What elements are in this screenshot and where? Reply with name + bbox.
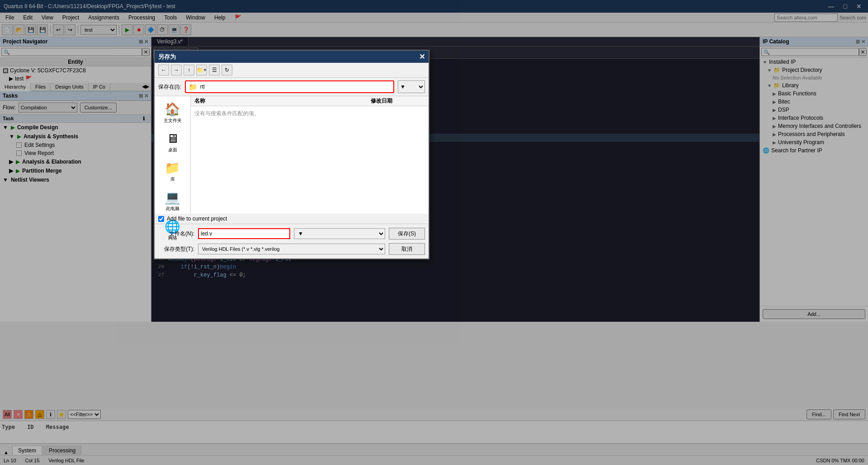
filename-label: 文件名(N): [158, 230, 194, 238]
dialog-checkbox-row: Add file to current project [155, 214, 429, 224]
filetype-label: 保存类型(T): [158, 245, 194, 253]
library-icon: 📁 [165, 160, 180, 175]
filename-row: 文件名(N): ▼ 保存(S) [158, 228, 425, 240]
dialog-view-btn[interactable]: ☰ [209, 65, 220, 75]
file-col-date: 修改日期 [371, 97, 425, 105]
pc-icon: 💻 [165, 190, 180, 205]
dialog-forward-btn[interactable]: → [171, 65, 182, 75]
dialog-title: 另存为 [158, 53, 176, 61]
dialog-new-folder-btn[interactable]: 📁+ [196, 65, 207, 75]
save-dialog-overlay: 另存为 ✕ ← → ↑ 📁+ ☰ ↻ 保存在(I): 📁 rtl ▼ [0, 0, 868, 465]
add-to-project-checkbox[interactable] [158, 216, 164, 222]
dsb-library[interactable]: 📁 库 [163, 159, 182, 184]
location-folder-display[interactable]: 📁 rtl [185, 80, 394, 93]
dialog-close-btn[interactable]: ✕ [419, 52, 425, 61]
dialog-toolbar: ← → ↑ 📁+ ☰ ↻ [155, 63, 429, 78]
library-label: 库 [170, 176, 175, 183]
filetype-select[interactable]: Verilog HDL Files (*.v *.vlg *.verilog [198, 244, 385, 254]
location-label: 保存在(I): [158, 83, 181, 91]
location-value: rtl [200, 84, 205, 90]
cancel-button[interactable]: 取消 [389, 243, 425, 255]
dialog-up-btn[interactable]: ↑ [184, 65, 194, 75]
empty-message: 没有与搜索条件匹配的项。 [194, 110, 259, 117]
file-col-name: 名称 [194, 97, 371, 105]
desktop-label: 桌面 [168, 147, 177, 153]
save-button[interactable]: 保存(S) [389, 228, 425, 240]
filename-input[interactable] [198, 228, 290, 239]
dialog-files-header: 名称 修改日期 [191, 96, 429, 106]
dialog-titlebar: 另存为 ✕ [155, 51, 429, 63]
dsb-desktop[interactable]: 🖥 桌面 [165, 129, 181, 155]
dsb-this-pc[interactable]: 💻 此电脑 [163, 188, 182, 214]
home-label: 主文件夹 [164, 117, 182, 124]
dialog-location: 保存在(I): 📁 rtl ▼ [155, 78, 429, 96]
dialog-back-btn[interactable]: ← [158, 65, 169, 75]
checkbox-label: Add file to current project [167, 216, 227, 222]
dialog-body: 🏠 主文件夹 🖥 桌面 📁 库 💻 此电脑 🌐 网络 [155, 96, 429, 214]
filetype-row: 保存类型(T): Verilog HDL Files (*.v *.vlg *.… [158, 243, 425, 255]
dialog-bottom: 文件名(N): ▼ 保存(S) 保存类型(T): Verilog HDL Fil… [155, 224, 429, 258]
dialog-refresh-btn[interactable]: ↻ [222, 65, 232, 75]
dialog-files-content: 没有与搜索条件匹配的项。 [191, 106, 429, 121]
dialog-files: 名称 修改日期 没有与搜索条件匹配的项。 [191, 96, 429, 214]
location-combo[interactable]: ▼ [398, 80, 425, 93]
location-folder-icon: 📁 [189, 83, 198, 91]
desktop-icon: 🖥 [166, 131, 179, 146]
dsb-home[interactable]: 🏠 主文件夹 [162, 100, 184, 126]
pc-label: 此电脑 [166, 206, 179, 212]
filename-dropdown[interactable]: ▼ [294, 228, 385, 239]
home-icon: 🏠 [165, 102, 180, 117]
save-dialog: 另存为 ✕ ← → ↑ 📁+ ☰ ↻ 保存在(I): 📁 rtl ▼ [154, 50, 429, 259]
dialog-sidebar: 🏠 主文件夹 🖥 桌面 📁 库 💻 此电脑 🌐 网络 [155, 96, 191, 214]
